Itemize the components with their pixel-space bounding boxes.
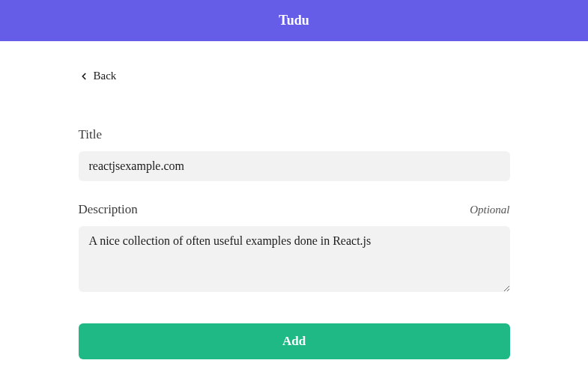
- description-input[interactable]: [79, 226, 510, 292]
- form-container: Back Title Description Optional Add: [79, 41, 510, 359]
- description-field-group: Description Optional: [79, 202, 510, 295]
- app-header: Tudu: [0, 0, 588, 41]
- title-label: Title: [79, 127, 103, 142]
- chevron-left-icon: [79, 71, 89, 82]
- add-button[interactable]: Add: [79, 323, 510, 359]
- app-title: Tudu: [279, 13, 309, 28]
- title-field-group: Title: [79, 127, 510, 181]
- back-button[interactable]: Back: [79, 70, 510, 82]
- title-input[interactable]: [79, 151, 510, 181]
- description-label: Description: [79, 202, 138, 217]
- optional-label: Optional: [470, 204, 509, 216]
- back-label: Back: [94, 70, 117, 82]
